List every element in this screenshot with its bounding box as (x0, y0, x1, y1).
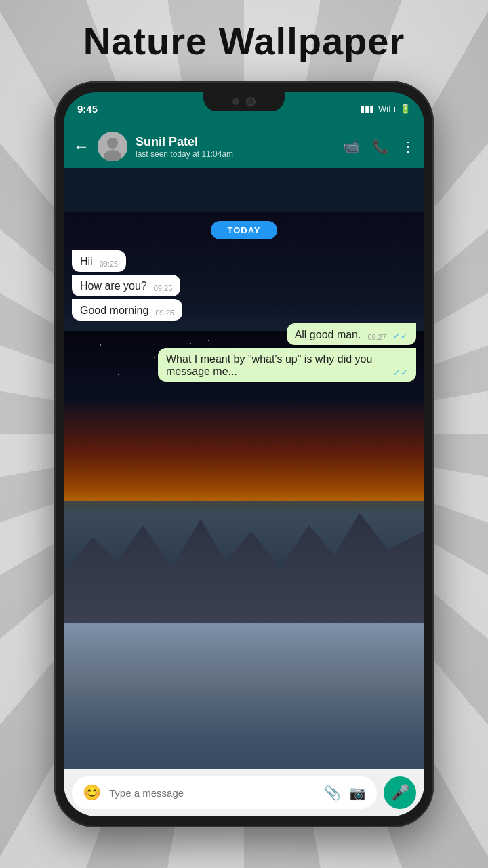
header-actions: 📹 📞 ⋮ (343, 138, 415, 155)
status-time: 9:45 (77, 103, 98, 115)
message-row: What I meant by "what's up" is why did y… (72, 348, 416, 382)
message-text: Hii (80, 256, 93, 268)
message-time: 09:25 (154, 284, 173, 292)
input-bar: 😊 📎 📷 🎤 (64, 769, 424, 816)
contact-name: Sunil Patel (136, 135, 335, 149)
phone-screen: 9:45 ▮▮▮ WiFi 🔋 ← Sunil Pat (64, 92, 424, 816)
read-receipt-icon: ✓✓ (393, 331, 408, 341)
message-text: Good morning (80, 304, 148, 317)
message-text: All good man. (295, 329, 361, 341)
svg-point-1 (107, 138, 118, 149)
message-row: Hii 09:25 (72, 250, 416, 272)
message-row: All good man. 09:27 ✓✓ (72, 323, 416, 345)
incoming-bubble: Hii 09:25 (72, 250, 126, 272)
mountains (64, 501, 424, 623)
message-row: How are you? 09:25 (72, 275, 416, 296)
attach-button[interactable]: 📎 (324, 785, 341, 801)
message-row: Good morning 09:25 (72, 299, 416, 321)
phone-frame: 9:45 ▮▮▮ WiFi 🔋 ← Sunil Pat (54, 81, 434, 827)
notch-camera (246, 97, 256, 106)
input-container: 😊 📎 📷 (72, 776, 377, 809)
incoming-bubble: How are you? 09:25 (72, 275, 180, 296)
message-text: How are you? (80, 280, 147, 292)
notch-speaker (232, 98, 239, 105)
back-button[interactable]: ← (73, 137, 89, 156)
today-badge: TODAY (72, 221, 416, 239)
outgoing-bubble: What I meant by "what's up" is why did y… (158, 348, 416, 382)
camera-button[interactable]: 📷 (349, 785, 366, 801)
today-pill: TODAY (211, 221, 277, 239)
message-time: 09:25 (100, 260, 119, 268)
wifi-icon: WiFi (378, 104, 396, 114)
outgoing-bubble: All good man. 09:27 ✓✓ (287, 323, 416, 345)
emoji-button[interactable]: 😊 (83, 784, 101, 802)
page-title: Nature Wallpaper (0, 19, 488, 63)
phone-call-icon[interactable]: 📞 (372, 138, 389, 155)
message-text: What I meant by "what's up" is why did y… (166, 353, 386, 378)
battery-icon: 🔋 (400, 104, 411, 114)
read-receipt-icon: ✓✓ (393, 368, 408, 378)
message-time: 09:27 (367, 333, 386, 341)
notch (203, 92, 285, 111)
incoming-bubble: Good morning 09:25 (72, 299, 182, 321)
message-input[interactable] (109, 787, 316, 799)
avatar[interactable] (98, 132, 127, 161)
mic-button[interactable]: 🎤 (384, 776, 416, 809)
nature-wallpaper (64, 331, 424, 816)
message-time: 09:25 (155, 309, 174, 317)
more-options-icon[interactable]: ⋮ (401, 138, 415, 155)
video-call-icon[interactable]: 📹 (343, 138, 360, 155)
contact-info: Sunil Patel last seen today at 11:04am (136, 135, 335, 159)
signal-icon: ▮▮▮ (360, 104, 374, 114)
messages-area: TODAY Hii 09:25 How are you? 09:25 Good (64, 212, 424, 394)
status-bar: 9:45 ▮▮▮ WiFi 🔋 (64, 92, 424, 125)
mic-icon: 🎤 (391, 784, 409, 802)
sunset-glow (64, 399, 424, 500)
contact-status: last seen today at 11:04am (136, 149, 335, 159)
chat-header: ← Sunil Patel last seen today at 11:04am… (64, 125, 424, 168)
status-icons: ▮▮▮ WiFi 🔋 (360, 104, 411, 114)
